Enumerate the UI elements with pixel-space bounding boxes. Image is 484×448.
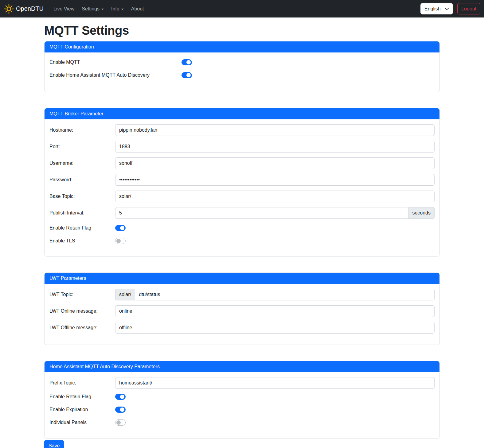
switch-label: Enable Retain Flag [49,394,115,400]
port-input[interactable] [115,141,435,153]
switch-row-retain-flag: Enable Retain Flag [49,225,435,231]
ha-retain-flag-toggle[interactable] [115,394,126,400]
field-label: Base Topic: [49,194,115,199]
field-label: Prefix Topic: [49,380,115,386]
nav-menu: Live View Settings Info About [51,4,420,14]
lwt-topic-input[interactable] [135,289,435,300]
language-select-value: English [424,6,440,12]
field-label: LWT Online message: [49,308,115,314]
language-select[interactable]: English [420,3,453,14]
main-content: MQTT Settings MQTT Configuration Enable … [44,24,440,448]
switch-row-ha-retain-flag: Enable Retain Flag [49,394,435,400]
chevron-down-icon [121,9,124,10]
field-row-prefix-topic: Prefix Topic: [49,377,435,389]
password-input[interactable] [115,174,435,186]
brand[interactable]: OpenDTU [4,4,44,14]
save-button[interactable]: Save [44,440,64,448]
field-row-hostname: Hostname: [49,124,435,136]
switch-row-enable-ha-discovery: Enable Home Assistant MQTT Auto Discover… [49,70,435,80]
field-label: Hostname: [49,127,115,133]
field-label: LWT Offline message: [49,325,115,330]
brand-label: OpenDTU [16,5,44,12]
field-row-base-topic: Base Topic: [49,191,435,202]
base-topic-input[interactable] [115,191,435,202]
lwt-topic-prefix-addon: solar/ [115,289,135,300]
enable-tls-toggle[interactable] [115,238,126,244]
switch-row-enable-mqtt: Enable MQTT [49,57,435,67]
field-row-publish-interval: Publish Interval: seconds [49,207,435,219]
nav-item-label: About [131,6,144,12]
lwt-online-input[interactable] [115,305,435,317]
nav-item-settings[interactable]: Settings [79,4,106,14]
nav-item-about[interactable]: About [129,4,146,14]
switch-row-enable-expiration: Enable Expiration [49,407,435,413]
nav-item-label: Info [111,6,119,12]
individual-panels-toggle[interactable] [115,419,126,426]
switch-row-individual-panels: Individual Panels [49,419,435,426]
seconds-addon: seconds [408,207,435,219]
chevron-down-icon [445,7,449,11]
field-row-lwt-online: LWT Online message: [49,305,435,317]
nav-item-label: Live View [53,6,74,12]
prefix-topic-input[interactable] [115,377,435,389]
field-row-password: Password: [49,174,435,186]
card-header: MQTT Broker Parameter [45,108,439,119]
switch-label: Enable TLS [49,238,115,244]
card-header: Home Assistant MQTT Auto Discovery Param… [45,361,439,372]
field-label: Username: [49,160,115,166]
field-label: Publish Interval: [49,210,115,216]
switch-label: Enable MQTT [49,60,182,65]
nav-item-live-view[interactable]: Live View [51,4,77,14]
card-body: Enable MQTT Enable Home Assistant MQTT A… [45,52,439,92]
enable-mqtt-toggle[interactable] [182,59,192,65]
enable-ha-discovery-toggle[interactable] [182,72,192,78]
field-label: Password: [49,177,115,183]
field-label: Port: [49,144,115,149]
enable-expiration-toggle[interactable] [115,407,126,413]
chevron-down-icon [101,9,104,10]
lwt-offline-input[interactable] [115,322,435,334]
switch-label: Individual Panels [49,420,115,425]
card-body: Prefix Topic: Enable Retain Flag Enable … [45,372,439,438]
retain-flag-toggle[interactable] [115,225,126,231]
sun-logo-icon [4,4,14,14]
logout-button[interactable]: Logout [457,3,480,14]
field-row-username: Username: [49,157,435,169]
navbar-right: English Logout [420,3,480,14]
switch-row-enable-tls: Enable TLS [49,238,435,244]
switch-label: Enable Home Assistant MQTT Auto Discover… [49,72,182,78]
switch-label: Enable Retain Flag [49,225,115,231]
page-title: MQTT Settings [44,24,440,37]
publish-interval-input[interactable] [115,207,408,219]
field-row-lwt-offline: LWT Offline message: [49,322,435,334]
card-body: LWT Topic: solar/ LWT Online message: LW… [45,284,439,345]
switch-label: Enable Expiration [49,407,115,412]
field-label: LWT Topic: [49,292,115,297]
card-header: MQTT Configuration [45,41,439,52]
field-row-port: Port: [49,141,435,153]
card-ha-discovery-parameters: Home Assistant MQTT Auto Discovery Param… [44,361,440,439]
nav-item-label: Settings [82,6,100,12]
nav-item-info[interactable]: Info [109,4,126,14]
field-row-lwt-topic: LWT Topic: solar/ [49,289,435,300]
card-header: LWT Parameters [45,273,439,284]
card-mqtt-configuration: MQTT Configuration Enable MQTT Enable Ho… [44,41,440,92]
hostname-input[interactable] [115,124,435,136]
card-mqtt-broker-parameter: MQTT Broker Parameter Hostname: Port: Us… [44,108,440,257]
card-body: Hostname: Port: Username: Password: Base… [45,119,439,256]
card-lwt-parameters: LWT Parameters LWT Topic: solar/ LWT Onl… [44,272,440,345]
navbar: OpenDTU Live View Settings Info About En… [0,0,484,17]
username-input[interactable] [115,157,435,169]
